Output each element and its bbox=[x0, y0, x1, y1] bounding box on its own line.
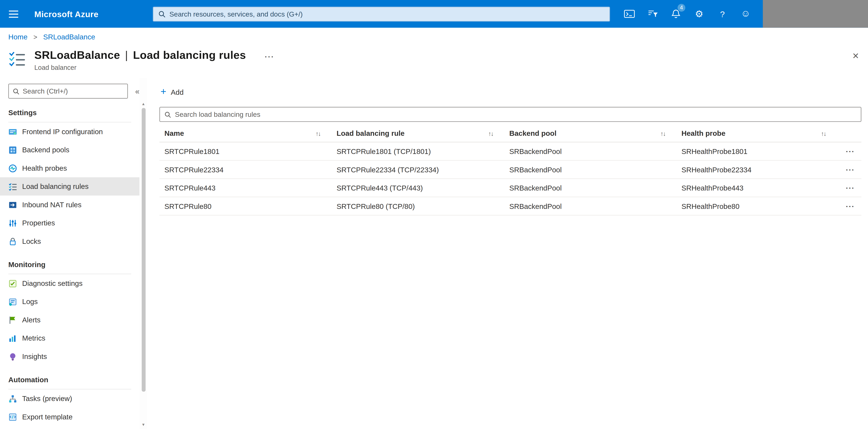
row-actions-icon[interactable]: ··· bbox=[837, 183, 861, 192]
cell-health-probe: SRHealthProbe80 bbox=[676, 202, 837, 210]
tasks-icon bbox=[8, 394, 17, 403]
sidebar-item-frontend-ip-configuration[interactable]: Frontend IP configuration bbox=[0, 122, 140, 141]
sidebar-item-label: Logs bbox=[22, 297, 38, 306]
column-header-health-probe[interactable]: Health probe ↑↓ bbox=[676, 124, 837, 142]
sidebar-item-metrics[interactable]: Metrics bbox=[0, 329, 140, 347]
cell-health-probe: SRHealthProbe1801 bbox=[676, 147, 837, 155]
content-row: « Settings Frontend IP configuration Bac… bbox=[0, 78, 868, 429]
sidebar-item-label: Health probes bbox=[22, 164, 67, 172]
resource-menu: « Settings Frontend IP configuration Bac… bbox=[0, 78, 140, 429]
scroll-down-icon[interactable]: ▼ bbox=[140, 421, 147, 428]
sidebar-scrollbar[interactable]: ▲ ▼ bbox=[140, 78, 147, 429]
search-icon bbox=[164, 111, 171, 118]
cell-rule: SRTCPRule80 (TCP/80) bbox=[332, 202, 504, 210]
sidebar-section-monitoring: Monitoring bbox=[8, 260, 131, 274]
cell-name: SRTCPRule22334 bbox=[159, 165, 332, 174]
row-actions-icon[interactable]: ··· bbox=[837, 147, 861, 155]
sidebar-item-load-balancing-rules[interactable]: Load balancing rules bbox=[0, 177, 140, 196]
sidebar-section-automation: Automation bbox=[8, 375, 131, 390]
row-actions-icon[interactable]: ··· bbox=[837, 165, 861, 174]
sidebar-item-alerts[interactable]: Alerts bbox=[0, 311, 140, 329]
global-search-input[interactable] bbox=[169, 10, 604, 18]
close-icon[interactable]: ✕ bbox=[852, 51, 859, 61]
cloud-shell-icon[interactable] bbox=[618, 0, 641, 28]
cell-health-probe: SRHealthProbe443 bbox=[676, 183, 837, 192]
bell-icon[interactable]: 4 bbox=[664, 0, 688, 28]
resource-name: SRLoadBalance bbox=[34, 49, 120, 61]
sidebar-item-logs[interactable]: Logs bbox=[0, 292, 140, 311]
cell-name: SRTCPRule80 bbox=[159, 202, 332, 210]
sidebar-item-tasks-preview[interactable]: Tasks (preview) bbox=[0, 390, 140, 408]
column-header-backend-pool[interactable]: Backend pool ↑↓ bbox=[504, 124, 677, 142]
sidebar-item-diagnostic-settings[interactable]: Diagnostic settings bbox=[0, 274, 140, 293]
page-header: SRLoadBalance|Load balancing rules ··· L… bbox=[0, 43, 868, 78]
sidebar-item-export-template[interactable]: Export template bbox=[0, 408, 140, 426]
sidebar-item-health-probes[interactable]: Health probes bbox=[0, 159, 140, 177]
account-redacted-block bbox=[763, 0, 868, 28]
cell-name: SRTCPRule1801 bbox=[159, 147, 332, 155]
directory-filter-icon[interactable] bbox=[641, 0, 664, 28]
logs-icon bbox=[8, 297, 17, 306]
sidebar-item-label: Properties bbox=[22, 219, 55, 227]
smiley-glyph: ☺ bbox=[741, 8, 750, 20]
sidebar-item-label: Backend pools bbox=[22, 146, 69, 154]
table-row[interactable]: SRTCPRule1801 SRTCPRule1801 (TCP/1801) S… bbox=[159, 142, 861, 161]
health-probes-icon bbox=[8, 164, 17, 173]
sidebar-item-label: Export template bbox=[22, 413, 73, 421]
sidebar-item-label: Frontend IP configuration bbox=[22, 127, 103, 136]
breadcrumb-current-link[interactable]: SRLoadBalance bbox=[43, 33, 95, 41]
sidebar-item-label: Alerts bbox=[22, 316, 41, 324]
azure-portal: Microsoft Azure 4 ⚙ ? ☺ Home > SRLoadBal… bbox=[0, 0, 868, 429]
help-icon[interactable]: ? bbox=[711, 0, 734, 28]
cell-backend-pool: SRBackendPool bbox=[504, 165, 677, 174]
table-row[interactable]: SRTCPRule443 SRTCPRule443 (TCP/443) SRBa… bbox=[159, 179, 861, 197]
feedback-smiley-icon[interactable]: ☺ bbox=[734, 0, 757, 28]
diagnostic-settings-icon bbox=[8, 279, 17, 288]
gear-glyph: ⚙ bbox=[695, 8, 703, 20]
sidebar-item-label: Diagnostic settings bbox=[22, 279, 83, 287]
sort-icon: ↑↓ bbox=[488, 130, 493, 137]
sidebar-item-label: Insights bbox=[22, 352, 47, 361]
global-search-box bbox=[153, 7, 610, 22]
rules-search-input[interactable] bbox=[175, 111, 856, 118]
column-header-name[interactable]: Name ↑↓ bbox=[159, 124, 332, 142]
table-row[interactable]: SRTCPRule22334 SRTCPRule22334 (TCP/22334… bbox=[159, 161, 861, 179]
menu-icon[interactable] bbox=[0, 0, 27, 28]
more-options-icon[interactable]: ··· bbox=[265, 53, 274, 60]
page: Microsoft Azure 4 ⚙ ? ☺ Home > SRLoadBal… bbox=[0, 0, 868, 429]
sidebar-item-label: Load balancing rules bbox=[22, 182, 89, 191]
sidebar-item-properties[interactable]: Properties bbox=[0, 214, 140, 232]
page-title: SRLoadBalance|Load balancing rules bbox=[34, 49, 246, 61]
breadcrumb-home-link[interactable]: Home bbox=[8, 33, 28, 41]
sidebar-search-input[interactable] bbox=[23, 87, 123, 95]
sidebar-item-label: Tasks (preview) bbox=[22, 395, 72, 403]
row-actions-icon[interactable]: ··· bbox=[837, 202, 861, 210]
inbound-nat-rules-icon bbox=[8, 200, 17, 209]
table-row[interactable]: SRTCPRule80 SRTCPRule80 (TCP/80) SRBacke… bbox=[159, 197, 861, 216]
scroll-up-icon[interactable]: ▲ bbox=[140, 100, 147, 107]
sidebar-search-row: « bbox=[8, 84, 140, 98]
breadcrumb-separator: > bbox=[33, 33, 37, 41]
azure-brand[interactable]: Microsoft Azure bbox=[34, 0, 98, 28]
blade-name: Load balancing rules bbox=[133, 49, 246, 61]
title-separator: | bbox=[125, 49, 128, 61]
column-header-load-balancing-rule[interactable]: Load balancing rule ↑↓ bbox=[332, 124, 504, 142]
locks-icon bbox=[8, 237, 17, 246]
add-button[interactable]: + Add bbox=[159, 86, 188, 97]
backend-pools-icon bbox=[8, 145, 17, 154]
column-header-actions bbox=[837, 124, 861, 142]
sidebar-item-locks[interactable]: Locks bbox=[0, 232, 140, 251]
table-header: Name ↑↓ Load balancing rule ↑↓ Backend p… bbox=[159, 124, 861, 142]
sidebar-item-inbound-nat-rules[interactable]: Inbound NAT rules bbox=[0, 196, 140, 214]
sidebar-collapse-button[interactable]: « bbox=[135, 87, 140, 95]
cell-backend-pool: SRBackendPool bbox=[504, 202, 677, 210]
scrollbar-thumb[interactable] bbox=[142, 108, 146, 392]
command-bar: + Add bbox=[159, 84, 861, 100]
search-icon bbox=[158, 10, 165, 18]
gear-icon[interactable]: ⚙ bbox=[688, 0, 711, 28]
sort-icon: ↑↓ bbox=[660, 130, 665, 137]
sidebar-item-backend-pools[interactable]: Backend pools bbox=[0, 141, 140, 159]
sidebar-item-insights[interactable]: Insights bbox=[0, 347, 140, 366]
column-label: Name bbox=[164, 129, 184, 137]
plus-icon: + bbox=[161, 86, 166, 96]
